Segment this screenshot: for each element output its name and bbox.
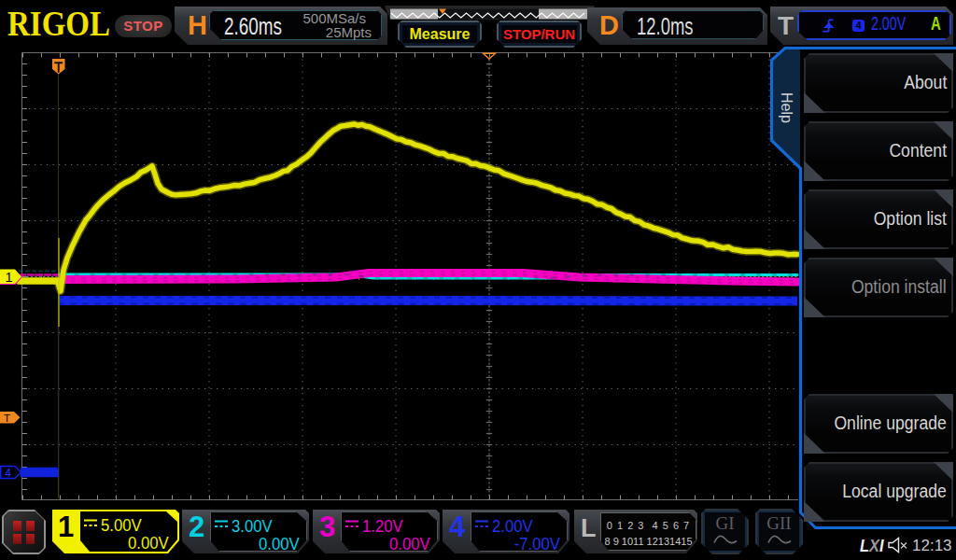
svg-text:4: 4 bbox=[5, 467, 11, 480]
svg-text:1: 1 bbox=[5, 270, 12, 285]
svg-text:T: T bbox=[4, 413, 10, 424]
